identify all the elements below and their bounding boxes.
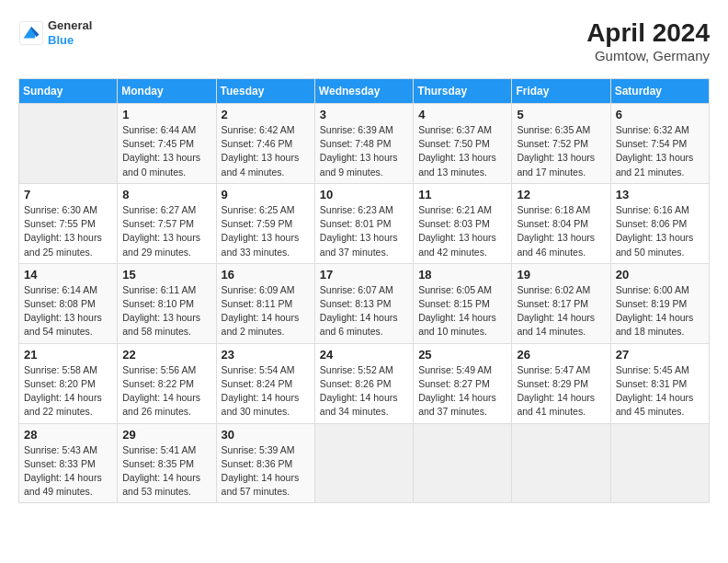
calendar-cell	[19, 104, 118, 184]
logo: General Blue	[18, 18, 92, 47]
calendar-week-5: 28Sunrise: 5:43 AMSunset: 8:33 PMDayligh…	[19, 423, 710, 503]
day-number: 22	[122, 348, 210, 362]
day-number: 4	[418, 108, 506, 121]
day-number: 8	[122, 188, 210, 201]
day-number: 7	[24, 188, 112, 201]
weekday-header-sunday: Sunday	[19, 79, 118, 104]
calendar-cell: 20Sunrise: 6:00 AMSunset: 8:19 PMDayligh…	[610, 263, 709, 343]
calendar-cell: 28Sunrise: 5:43 AMSunset: 8:33 PMDayligh…	[19, 423, 118, 503]
calendar-cell: 1Sunrise: 6:44 AMSunset: 7:45 PMDaylight…	[118, 104, 216, 184]
calendar-title: April 2024	[586, 18, 710, 48]
day-info: Sunrise: 6:11 AMSunset: 8:10 PMDaylight:…	[122, 283, 210, 339]
day-info: Sunrise: 6:14 AMSunset: 8:08 PMDaylight:…	[24, 283, 112, 339]
day-info: Sunrise: 5:45 AMSunset: 8:31 PMDaylight:…	[616, 363, 704, 419]
calendar-body: 1Sunrise: 6:44 AMSunset: 7:45 PMDaylight…	[19, 104, 710, 503]
day-info: Sunrise: 6:21 AMSunset: 8:03 PMDaylight:…	[418, 203, 506, 259]
calendar-cell: 6Sunrise: 6:32 AMSunset: 7:54 PMDaylight…	[610, 104, 709, 184]
day-info: Sunrise: 5:52 AMSunset: 8:26 PMDaylight:…	[320, 363, 408, 419]
day-info: Sunrise: 6:09 AMSunset: 8:11 PMDaylight:…	[222, 283, 310, 339]
calendar-cell: 8Sunrise: 6:27 AMSunset: 7:57 PMDaylight…	[118, 183, 216, 263]
calendar-cell: 23Sunrise: 5:54 AMSunset: 8:24 PMDayligh…	[216, 343, 314, 423]
day-number: 20	[616, 268, 704, 282]
weekday-header-wednesday: Wednesday	[314, 79, 413, 104]
calendar-table: SundayMondayTuesdayWednesdayThursdayFrid…	[18, 78, 710, 503]
weekday-header-thursday: Thursday	[414, 79, 512, 104]
day-number: 26	[517, 348, 605, 362]
calendar-cell: 19Sunrise: 6:02 AMSunset: 8:17 PMDayligh…	[512, 263, 610, 343]
calendar-cell	[414, 423, 512, 503]
logo-line2: Blue	[48, 33, 92, 48]
day-number: 10	[320, 188, 408, 201]
weekday-header-saturday: Saturday	[610, 79, 709, 104]
day-number: 12	[517, 188, 605, 201]
day-info: Sunrise: 6:30 AMSunset: 7:55 PMDaylight:…	[24, 203, 112, 259]
day-info: Sunrise: 5:54 AMSunset: 8:24 PMDaylight:…	[222, 363, 310, 419]
calendar-cell: 9Sunrise: 6:25 AMSunset: 7:59 PMDaylight…	[216, 183, 314, 263]
day-number: 29	[122, 428, 210, 442]
calendar-cell: 24Sunrise: 5:52 AMSunset: 8:26 PMDayligh…	[314, 343, 413, 423]
day-info: Sunrise: 6:35 AMSunset: 7:52 PMDaylight:…	[517, 123, 605, 179]
calendar-cell	[314, 423, 413, 503]
day-number: 16	[222, 268, 310, 282]
calendar-cell: 10Sunrise: 6:23 AMSunset: 8:01 PMDayligh…	[314, 183, 413, 263]
weekday-header-friday: Friday	[512, 79, 610, 104]
day-number: 30	[222, 428, 310, 442]
calendar-week-2: 7Sunrise: 6:30 AMSunset: 7:55 PMDaylight…	[19, 183, 710, 263]
page-header: General Blue April 2024 Gumtow, Germany	[18, 18, 710, 63]
calendar-week-1: 1Sunrise: 6:44 AMSunset: 7:45 PMDaylight…	[19, 104, 710, 184]
calendar-cell: 29Sunrise: 5:41 AMSunset: 8:35 PMDayligh…	[118, 423, 216, 503]
day-info: Sunrise: 6:44 AMSunset: 7:45 PMDaylight:…	[122, 123, 210, 179]
day-info: Sunrise: 6:18 AMSunset: 8:04 PMDaylight:…	[517, 203, 605, 259]
calendar-cell: 18Sunrise: 6:05 AMSunset: 8:15 PMDayligh…	[414, 263, 512, 343]
calendar-cell: 15Sunrise: 6:11 AMSunset: 8:10 PMDayligh…	[118, 263, 216, 343]
day-number: 3	[320, 108, 408, 121]
day-info: Sunrise: 5:41 AMSunset: 8:35 PMDaylight:…	[122, 443, 210, 500]
calendar-cell: 17Sunrise: 6:07 AMSunset: 8:13 PMDayligh…	[314, 263, 413, 343]
calendar-cell: 12Sunrise: 6:18 AMSunset: 8:04 PMDayligh…	[512, 183, 610, 263]
day-info: Sunrise: 5:49 AMSunset: 8:27 PMDaylight:…	[418, 363, 506, 419]
day-info: Sunrise: 5:56 AMSunset: 8:22 PMDaylight:…	[122, 363, 210, 419]
day-info: Sunrise: 6:25 AMSunset: 7:59 PMDaylight:…	[222, 203, 310, 259]
day-info: Sunrise: 6:00 AMSunset: 8:19 PMDaylight:…	[616, 283, 704, 339]
day-number: 11	[418, 188, 506, 201]
day-info: Sunrise: 6:23 AMSunset: 8:01 PMDaylight:…	[320, 203, 408, 259]
day-number: 5	[517, 108, 605, 121]
calendar-cell: 13Sunrise: 6:16 AMSunset: 8:06 PMDayligh…	[610, 183, 709, 263]
calendar-cell: 4Sunrise: 6:37 AMSunset: 7:50 PMDaylight…	[414, 104, 512, 184]
calendar-cell: 26Sunrise: 5:47 AMSunset: 8:29 PMDayligh…	[512, 343, 610, 423]
day-info: Sunrise: 6:39 AMSunset: 7:48 PMDaylight:…	[320, 123, 408, 179]
day-info: Sunrise: 5:47 AMSunset: 8:29 PMDaylight:…	[517, 363, 605, 419]
calendar-cell: 30Sunrise: 5:39 AMSunset: 8:36 PMDayligh…	[216, 423, 314, 503]
calendar-week-4: 21Sunrise: 5:58 AMSunset: 8:20 PMDayligh…	[19, 343, 710, 423]
day-number: 14	[24, 268, 112, 282]
calendar-week-3: 14Sunrise: 6:14 AMSunset: 8:08 PMDayligh…	[19, 263, 710, 343]
weekday-header-monday: Monday	[118, 79, 216, 104]
calendar-header: SundayMondayTuesdayWednesdayThursdayFrid…	[19, 79, 710, 104]
day-number: 1	[122, 108, 210, 121]
day-number: 24	[320, 348, 408, 362]
title-block: April 2024 Gumtow, Germany	[586, 18, 710, 63]
day-number: 6	[616, 108, 704, 121]
day-info: Sunrise: 6:05 AMSunset: 8:15 PMDaylight:…	[418, 283, 506, 339]
day-number: 23	[222, 348, 310, 362]
day-info: Sunrise: 5:58 AMSunset: 8:20 PMDaylight:…	[24, 363, 112, 419]
calendar-cell: 22Sunrise: 5:56 AMSunset: 8:22 PMDayligh…	[118, 343, 216, 423]
day-info: Sunrise: 6:27 AMSunset: 7:57 PMDaylight:…	[122, 203, 210, 259]
calendar-cell: 21Sunrise: 5:58 AMSunset: 8:20 PMDayligh…	[19, 343, 118, 423]
day-info: Sunrise: 5:39 AMSunset: 8:36 PMDaylight:…	[222, 443, 310, 500]
calendar-cell: 27Sunrise: 5:45 AMSunset: 8:31 PMDayligh…	[610, 343, 709, 423]
calendar-cell: 14Sunrise: 6:14 AMSunset: 8:08 PMDayligh…	[19, 263, 118, 343]
logo-text: General Blue	[48, 18, 92, 47]
calendar-subtitle: Gumtow, Germany	[586, 48, 710, 63]
day-info: Sunrise: 6:37 AMSunset: 7:50 PMDaylight:…	[418, 123, 506, 179]
day-number: 28	[24, 428, 112, 442]
calendar-cell	[512, 423, 610, 503]
day-info: Sunrise: 6:42 AMSunset: 7:46 PMDaylight:…	[222, 123, 310, 179]
day-number: 18	[418, 268, 506, 282]
calendar-cell: 5Sunrise: 6:35 AMSunset: 7:52 PMDaylight…	[512, 104, 610, 184]
day-number: 13	[616, 188, 704, 201]
logo-icon	[18, 20, 44, 46]
day-info: Sunrise: 6:07 AMSunset: 8:13 PMDaylight:…	[320, 283, 408, 339]
day-number: 25	[418, 348, 506, 362]
day-info: Sunrise: 5:43 AMSunset: 8:33 PMDaylight:…	[24, 443, 112, 500]
